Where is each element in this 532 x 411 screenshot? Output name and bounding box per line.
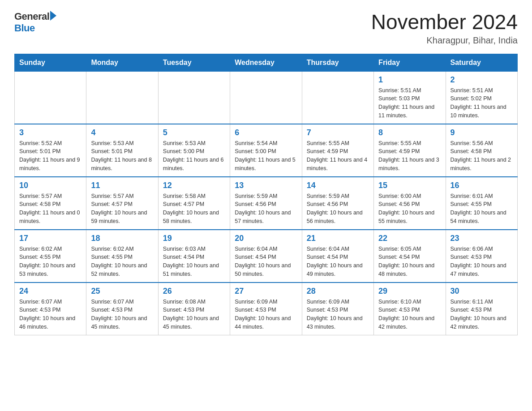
- day-info: Sunrise: 5:53 AM Sunset: 5:00 PM Dayligh…: [163, 139, 225, 173]
- calendar-cell: 20Sunrise: 6:04 AM Sunset: 4:54 PM Dayli…: [230, 230, 302, 283]
- day-info: Sunrise: 6:10 AM Sunset: 4:53 PM Dayligh…: [378, 298, 441, 331]
- calendar-cell: 11Sunrise: 5:57 AM Sunset: 4:57 PM Dayli…: [86, 177, 158, 230]
- calendar-cell: [86, 71, 158, 124]
- day-number: 17: [19, 234, 82, 243]
- calendar-cell: [302, 71, 373, 124]
- day-info: Sunrise: 6:04 AM Sunset: 4:54 PM Dayligh…: [235, 245, 297, 278]
- day-number: 4: [91, 128, 153, 137]
- weekday-header-sunday: Sunday: [15, 54, 86, 71]
- day-info: Sunrise: 5:59 AM Sunset: 4:56 PM Dayligh…: [307, 192, 369, 226]
- day-info: Sunrise: 6:04 AM Sunset: 4:54 PM Dayligh…: [307, 245, 369, 278]
- day-number: 10: [19, 181, 82, 190]
- weekday-header-friday: Friday: [374, 54, 446, 71]
- logo: General Blue: [14, 11, 56, 34]
- calendar-cell: 8Sunrise: 5:55 AM Sunset: 4:59 PM Daylig…: [374, 124, 446, 177]
- calendar-cell: 23Sunrise: 6:06 AM Sunset: 4:53 PM Dayli…: [446, 230, 517, 283]
- day-info: Sunrise: 5:55 AM Sunset: 4:59 PM Dayligh…: [307, 139, 369, 173]
- weekday-header-row: SundayMondayTuesdayWednesdayThursdayFrid…: [15, 54, 518, 71]
- calendar-cell: 3Sunrise: 5:52 AM Sunset: 5:01 PM Daylig…: [15, 124, 86, 177]
- day-info: Sunrise: 5:51 AM Sunset: 5:03 PM Dayligh…: [378, 86, 441, 120]
- day-number: 24: [19, 287, 82, 296]
- day-number: 13: [235, 181, 297, 190]
- month-title: November 2024: [371, 11, 518, 34]
- day-info: Sunrise: 5:56 AM Sunset: 4:58 PM Dayligh…: [450, 139, 513, 173]
- day-info: Sunrise: 5:57 AM Sunset: 4:57 PM Dayligh…: [91, 192, 153, 226]
- day-info: Sunrise: 6:09 AM Sunset: 4:53 PM Dayligh…: [307, 298, 369, 331]
- day-number: 21: [307, 234, 369, 243]
- calendar-cell: 4Sunrise: 5:53 AM Sunset: 5:01 PM Daylig…: [86, 124, 158, 177]
- calendar-cell: 1Sunrise: 5:51 AM Sunset: 5:03 PM Daylig…: [374, 71, 446, 124]
- calendar-cell: [158, 71, 230, 124]
- calendar-cell: 10Sunrise: 5:57 AM Sunset: 4:58 PM Dayli…: [15, 177, 86, 230]
- weekday-header-tuesday: Tuesday: [158, 54, 230, 71]
- day-number: 16: [450, 181, 513, 190]
- calendar-cell: 14Sunrise: 5:59 AM Sunset: 4:56 PM Dayli…: [302, 177, 373, 230]
- day-number: 27: [235, 287, 297, 296]
- calendar-cell: 5Sunrise: 5:53 AM Sunset: 5:00 PM Daylig…: [158, 124, 230, 177]
- weekday-header-wednesday: Wednesday: [230, 54, 302, 71]
- calendar-cell: 13Sunrise: 5:59 AM Sunset: 4:56 PM Dayli…: [230, 177, 302, 230]
- day-info: Sunrise: 6:09 AM Sunset: 4:53 PM Dayligh…: [235, 298, 297, 331]
- day-info: Sunrise: 6:01 AM Sunset: 4:55 PM Dayligh…: [450, 192, 513, 226]
- day-number: 30: [450, 287, 513, 296]
- title-section: November 2024 Kharagpur, Bihar, India: [371, 11, 518, 46]
- day-number: 19: [163, 234, 225, 243]
- calendar-cell: 18Sunrise: 6:02 AM Sunset: 4:55 PM Dayli…: [86, 230, 158, 283]
- weekday-header-thursday: Thursday: [302, 54, 373, 71]
- day-number: 25: [91, 287, 153, 296]
- page-header: General Blue November 2024 Kharagpur, Bi…: [14, 11, 518, 46]
- day-info: Sunrise: 6:06 AM Sunset: 4:53 PM Dayligh…: [450, 245, 513, 278]
- calendar-cell: [15, 71, 86, 124]
- day-info: Sunrise: 6:03 AM Sunset: 4:54 PM Dayligh…: [163, 245, 225, 278]
- day-number: 14: [307, 181, 369, 190]
- calendar-cell: 29Sunrise: 6:10 AM Sunset: 4:53 PM Dayli…: [374, 283, 446, 335]
- calendar-cell: 17Sunrise: 6:02 AM Sunset: 4:55 PM Dayli…: [15, 230, 86, 283]
- calendar-cell: 15Sunrise: 6:00 AM Sunset: 4:56 PM Dayli…: [374, 177, 446, 230]
- day-number: 8: [378, 128, 441, 137]
- calendar-table: SundayMondayTuesdayWednesdayThursdayFrid…: [14, 54, 518, 335]
- calendar-week-row-4: 17Sunrise: 6:02 AM Sunset: 4:55 PM Dayli…: [15, 230, 518, 283]
- weekday-header-saturday: Saturday: [446, 54, 517, 71]
- day-number: 12: [163, 181, 225, 190]
- day-number: 28: [307, 287, 369, 296]
- day-info: Sunrise: 5:57 AM Sunset: 4:58 PM Dayligh…: [19, 192, 82, 226]
- day-info: Sunrise: 5:52 AM Sunset: 5:01 PM Dayligh…: [19, 139, 82, 173]
- calendar-cell: 26Sunrise: 6:08 AM Sunset: 4:53 PM Dayli…: [158, 283, 230, 335]
- calendar-cell: 22Sunrise: 6:05 AM Sunset: 4:54 PM Dayli…: [374, 230, 446, 283]
- calendar-cell: 19Sunrise: 6:03 AM Sunset: 4:54 PM Dayli…: [158, 230, 230, 283]
- day-number: 22: [378, 234, 441, 243]
- calendar-cell: 2Sunrise: 5:51 AM Sunset: 5:02 PM Daylig…: [446, 71, 517, 124]
- day-number: 20: [235, 234, 297, 243]
- calendar-cell: 28Sunrise: 6:09 AM Sunset: 4:53 PM Dayli…: [302, 283, 373, 335]
- day-number: 26: [163, 287, 225, 296]
- day-info: Sunrise: 6:07 AM Sunset: 4:53 PM Dayligh…: [91, 298, 153, 331]
- calendar-cell: 7Sunrise: 5:55 AM Sunset: 4:59 PM Daylig…: [302, 124, 373, 177]
- day-number: 9: [450, 128, 513, 137]
- calendar-cell: 30Sunrise: 6:11 AM Sunset: 4:53 PM Dayli…: [446, 283, 517, 335]
- logo-blue-text: Blue: [14, 22, 35, 34]
- calendar-cell: 21Sunrise: 6:04 AM Sunset: 4:54 PM Dayli…: [302, 230, 373, 283]
- location-text: Kharagpur, Bihar, India: [371, 35, 518, 46]
- calendar-cell: 27Sunrise: 6:09 AM Sunset: 4:53 PM Dayli…: [230, 283, 302, 335]
- day-info: Sunrise: 5:51 AM Sunset: 5:02 PM Dayligh…: [450, 86, 513, 120]
- calendar-week-row-1: 1Sunrise: 5:51 AM Sunset: 5:03 PM Daylig…: [15, 71, 518, 124]
- calendar-week-row-2: 3Sunrise: 5:52 AM Sunset: 5:01 PM Daylig…: [15, 124, 518, 177]
- day-info: Sunrise: 6:08 AM Sunset: 4:53 PM Dayligh…: [163, 298, 225, 331]
- calendar-cell: 25Sunrise: 6:07 AM Sunset: 4:53 PM Dayli…: [86, 283, 158, 335]
- day-info: Sunrise: 6:02 AM Sunset: 4:55 PM Dayligh…: [19, 245, 82, 278]
- calendar-week-row-3: 10Sunrise: 5:57 AM Sunset: 4:58 PM Dayli…: [15, 177, 518, 230]
- calendar-cell: 6Sunrise: 5:54 AM Sunset: 5:00 PM Daylig…: [230, 124, 302, 177]
- calendar-cell: 24Sunrise: 6:07 AM Sunset: 4:53 PM Dayli…: [15, 283, 86, 335]
- day-info: Sunrise: 6:11 AM Sunset: 4:53 PM Dayligh…: [450, 298, 513, 331]
- day-number: 3: [19, 128, 82, 137]
- day-number: 15: [378, 181, 441, 190]
- day-info: Sunrise: 5:55 AM Sunset: 4:59 PM Dayligh…: [378, 139, 441, 173]
- day-number: 23: [450, 234, 513, 243]
- calendar-cell: 9Sunrise: 5:56 AM Sunset: 4:58 PM Daylig…: [446, 124, 517, 177]
- day-number: 18: [91, 234, 153, 243]
- logo-general-text: General: [14, 11, 49, 22]
- day-number: 11: [91, 181, 153, 190]
- day-number: 29: [378, 287, 441, 296]
- day-info: Sunrise: 6:02 AM Sunset: 4:55 PM Dayligh…: [91, 245, 153, 278]
- day-info: Sunrise: 6:00 AM Sunset: 4:56 PM Dayligh…: [378, 192, 441, 226]
